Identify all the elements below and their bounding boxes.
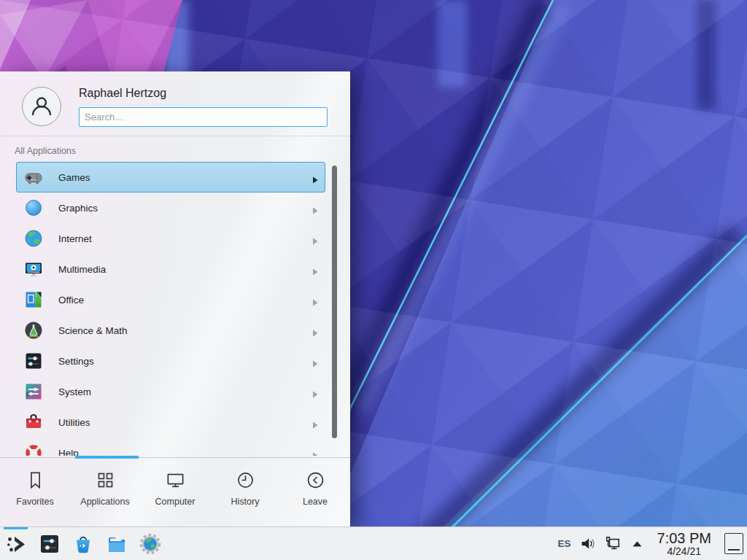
launcher-tabbar: Favorites Applications	[0, 461, 350, 526]
tab-history[interactable]: History	[210, 461, 280, 526]
menu-item-settings[interactable]: Settings	[16, 346, 325, 376]
active-indicator	[4, 527, 28, 529]
menu-item-utilities[interactable]: Utilities	[16, 407, 325, 438]
section-label: All Applications	[15, 146, 76, 156]
system-settings-button[interactable]	[37, 527, 61, 560]
tab-label: Favorites	[16, 497, 53, 507]
menu-item-label: Multimedia	[58, 264, 106, 275]
history-clock-icon	[236, 470, 255, 490]
submenu-arrow-icon	[312, 265, 318, 273]
submenu-arrow-icon	[312, 449, 318, 456]
expand-tray-caret-icon[interactable]	[630, 536, 646, 552]
system-icon	[24, 382, 43, 401]
bookmark-icon	[26, 470, 45, 490]
kde-launcher-icon	[5, 533, 27, 555]
keyboard-layout-indicator[interactable]: ES	[558, 538, 571, 549]
application-launcher-popup: Raphael Hertzog All Applications	[0, 71, 350, 526]
tab-label: Leave	[303, 497, 328, 507]
menu-item-label: Office	[58, 295, 84, 306]
menu-item-multimedia[interactable]: Multimedia	[16, 254, 325, 284]
web-browser-button[interactable]	[138, 527, 162, 560]
system-settings-icon	[39, 533, 61, 555]
list-scrollbar[interactable]	[332, 166, 337, 438]
desktop: Raphael Hertzog All Applications	[0, 0, 747, 560]
menu-item-internet[interactable]: Internet	[16, 223, 325, 254]
horizontal-scrollbar[interactable]	[75, 456, 139, 459]
file-manager-icon	[106, 533, 128, 555]
file-manager-button[interactable]	[104, 527, 128, 560]
leave-icon	[306, 470, 325, 490]
submenu-arrow-icon	[312, 296, 318, 303]
tab-label: Computer	[155, 497, 196, 507]
menu-item-games[interactable]: Games	[16, 162, 325, 192]
office-icon	[24, 290, 43, 309]
tab-applications[interactable]: Applications	[70, 461, 140, 526]
submenu-arrow-icon	[312, 204, 318, 211]
taskbar-panel: ES	[0, 526, 747, 560]
menu-item-label: System	[58, 386, 91, 397]
graphics-icon	[24, 198, 43, 217]
menu-item-label: Science & Math	[58, 325, 128, 336]
tab-favorites[interactable]: Favorites	[0, 461, 70, 526]
menu-item-label: Settings	[58, 356, 94, 367]
user-icon	[29, 94, 54, 119]
clock-time: 7:03 PM	[657, 531, 711, 546]
discover-icon	[72, 533, 94, 555]
menu-item-label: Internet	[58, 233, 92, 244]
applications-list: Games Graphics	[16, 162, 325, 456]
volume-icon[interactable]	[580, 536, 596, 552]
header-separator	[0, 136, 350, 136]
user-avatar[interactable]	[22, 87, 61, 126]
utilities-icon	[24, 413, 43, 432]
list-bottom-separator	[0, 457, 350, 458]
submenu-arrow-icon	[312, 174, 318, 181]
tab-leave[interactable]: Leave	[280, 461, 350, 526]
system-tray: ES	[558, 527, 744, 560]
app-launcher-button[interactable]	[4, 527, 28, 560]
tab-label: Applications	[80, 497, 129, 507]
clock-date: 4/24/21	[667, 546, 701, 557]
submenu-arrow-icon	[312, 357, 318, 365]
tab-computer[interactable]: Computer	[140, 461, 210, 526]
menu-item-label: Graphics	[58, 203, 98, 214]
submenu-arrow-icon	[312, 419, 318, 426]
settings-icon	[24, 351, 43, 370]
menu-item-help[interactable]: Help	[16, 438, 325, 456]
internet-icon	[24, 229, 43, 248]
search-input[interactable]	[79, 107, 328, 127]
submenu-arrow-icon	[312, 235, 318, 242]
menu-item-label: Utilities	[58, 417, 90, 428]
menu-item-graphics[interactable]: Graphics	[16, 192, 325, 223]
science-icon	[24, 321, 43, 340]
submenu-arrow-icon	[312, 327, 318, 334]
network-icon[interactable]	[605, 536, 621, 552]
discover-button[interactable]	[71, 527, 95, 560]
show-desktop-button[interactable]	[724, 533, 743, 554]
menu-item-office[interactable]: Office	[16, 284, 325, 315]
app-grid-icon	[96, 470, 115, 490]
web-browser-icon	[139, 533, 161, 555]
user-name: Raphael Hertzog	[79, 87, 166, 100]
help-icon	[24, 443, 43, 456]
digital-clock[interactable]: 7:03 PM 4/24/21	[657, 531, 711, 556]
menu-item-science-math[interactable]: Science & Math	[16, 315, 325, 346]
computer-icon	[166, 470, 185, 490]
tab-label: History	[231, 497, 260, 507]
menu-item-label: Games	[58, 172, 90, 183]
multimedia-icon	[24, 260, 43, 279]
taskbar-app-icons	[4, 527, 162, 560]
games-icon	[24, 168, 43, 187]
menu-item-system[interactable]: System	[16, 376, 325, 407]
menu-item-label: Help	[58, 448, 79, 456]
submenu-arrow-icon	[312, 388, 318, 395]
